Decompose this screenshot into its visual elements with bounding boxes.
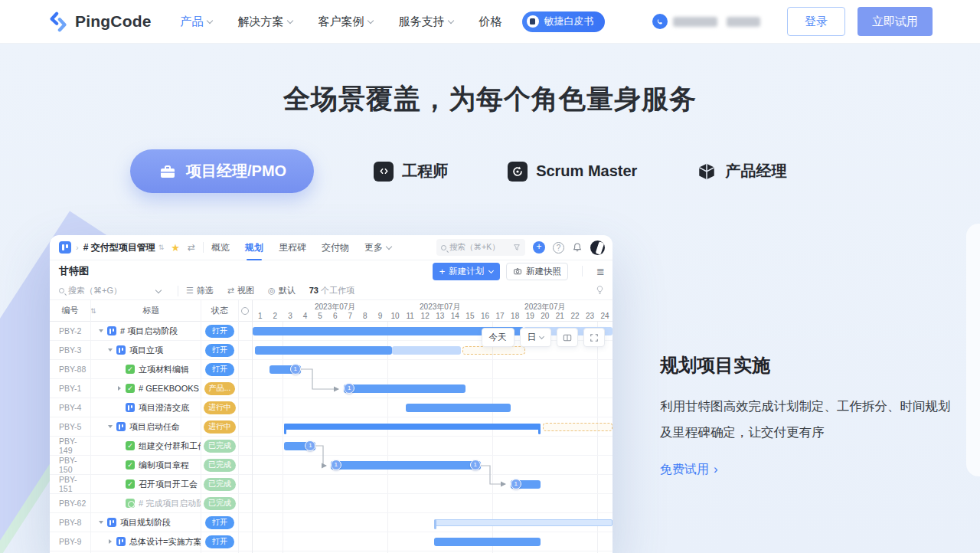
table-row[interactable]: PBY-8项目规划阶段打开 [50, 513, 252, 532]
chevron-down-icon[interactable] [106, 348, 115, 352]
window-tab-交付物[interactable]: 交付物 [322, 235, 349, 260]
new-snapshot-button[interactable]: 新建快照 [506, 263, 568, 280]
window-tab-更多[interactable]: 更多 [364, 235, 391, 260]
help-icon[interactable]: ? [553, 242, 564, 254]
check-icon [126, 365, 135, 374]
status-badge[interactable]: 产品... [204, 382, 235, 395]
status-badge[interactable]: 已完成 [204, 440, 236, 453]
window-tab-概览[interactable]: 概览 [211, 235, 230, 260]
switch-project-icon[interactable]: ⇅ [158, 244, 164, 251]
nav-item-客户案例[interactable]: 客户案例 [318, 15, 373, 29]
gantt-bar-solid[interactable] [255, 346, 392, 355]
filter-button[interactable]: ☰筛选 [186, 285, 214, 296]
chevron-down-icon[interactable] [96, 329, 106, 332]
nav-item-服务支持[interactable]: 服务支持 [399, 15, 453, 29]
status-badge[interactable]: 打开 [205, 344, 234, 357]
role-tab-产品经理[interactable]: 产品经理 [697, 161, 786, 182]
gantt-day-label: 11 [406, 312, 413, 320]
window-tab-里程碑[interactable]: 里程碑 [279, 235, 306, 260]
dependency-count-badge[interactable]: 1 [331, 460, 341, 470]
swap-icon[interactable]: ⇄ [188, 242, 195, 253]
col-header-status[interactable]: 状态 [201, 305, 238, 316]
whitepaper-badge[interactable]: 敏捷白皮书 [522, 11, 605, 32]
brand-logo[interactable]: PingCode [47, 11, 152, 32]
col-header-id[interactable]: 编号 [50, 305, 90, 316]
table-row[interactable]: PBY-1# GEEKBOOKS 极...产品... [50, 379, 252, 398]
col-header-title[interactable]: 标题 [101, 305, 201, 316]
role-tab-Scrum Master[interactable]: Scrum Master [508, 162, 637, 182]
default-label: 默认 [279, 285, 296, 296]
gantt-bar-solid[interactable] [406, 404, 511, 412]
nav-item-产品[interactable]: 产品 [181, 15, 212, 29]
status-badge[interactable]: 已完成 [204, 497, 236, 510]
table-row[interactable]: PBY-3项目立项打开 [50, 341, 252, 360]
milestone-icon [126, 499, 135, 508]
bell-icon[interactable] [572, 242, 583, 253]
nav-item-label: 服务支持 [399, 15, 445, 29]
table-row[interactable]: PBY-4项目澄清交底进行中 [50, 398, 252, 417]
detail-list-icon[interactable]: ≣ [596, 266, 605, 277]
new-plan-label: 新建计划 [449, 266, 484, 277]
star-icon[interactable]: ★ [171, 242, 180, 254]
gantt-bar-solid[interactable] [331, 461, 481, 470]
nav-item-解决方案[interactable]: 解决方案 [238, 15, 292, 29]
sort-icon[interactable]: ⇅ [90, 307, 101, 315]
view-settings-button[interactable]: ⇄视图 [227, 285, 254, 296]
global-search-input[interactable]: 搜索（⌘+K） [436, 239, 525, 256]
fullscreen-button[interactable] [583, 328, 605, 347]
table-row[interactable]: PBY-2# 项目启动阶段打开 [50, 322, 252, 341]
gantt-search-input[interactable]: 搜索（⌘+G） [68, 285, 122, 296]
new-plan-button[interactable]: 新建计划 [433, 263, 501, 280]
table-row[interactable]: PBY-88立项材料编辑打开 [50, 360, 252, 379]
table-row[interactable]: PBY-9总体设计=实施方案（...打开 [50, 532, 252, 551]
table-row[interactable]: PBY-149组建交付群和工作台已完成 [50, 437, 252, 456]
nav-item-价格[interactable]: 价格 [479, 15, 502, 29]
gantt-bar-dashed[interactable] [543, 423, 612, 431]
table-row[interactable]: PBY-62# 完成项目启动阶段...已完成 [50, 494, 252, 513]
gantt-bar-dashed[interactable] [462, 346, 525, 355]
chevron-down-icon[interactable] [106, 425, 115, 428]
chevron-right-icon[interactable] [115, 386, 124, 391]
dependency-count-badge[interactable]: 1 [470, 460, 481, 470]
gantt-bar-summary[interactable] [284, 424, 541, 430]
gantt-bar-light[interactable] [392, 346, 461, 355]
try-now-button[interactable]: 立即试用 [858, 7, 933, 36]
column-settings-icon[interactable] [238, 307, 252, 315]
avatar[interactable] [590, 241, 605, 255]
free-trial-link[interactable]: 免费试用 [660, 462, 718, 478]
dependency-count-badge[interactable]: 1 [511, 479, 521, 489]
table-row[interactable]: PBY-150编制项目章程已完成 [50, 456, 252, 475]
status-badge[interactable]: 打开 [205, 516, 234, 529]
gantt-day-label: 14 [451, 312, 459, 320]
split-view-button[interactable] [557, 328, 578, 347]
status-badge[interactable]: 已完成 [204, 478, 236, 491]
status-badge[interactable]: 已完成 [204, 459, 236, 472]
chevron-down-icon[interactable] [155, 286, 162, 293]
chevron-down-icon[interactable] [96, 521, 106, 524]
role-tab-项目经理/PMO[interactable]: 项目经理/PMO [130, 149, 314, 193]
gantt-bar-solid[interactable] [434, 538, 541, 546]
gantt-bar-solid[interactable] [344, 384, 466, 393]
status-badge[interactable]: 打开 [205, 535, 234, 548]
today-button[interactable]: 今天 [482, 328, 514, 347]
table-row[interactable]: PBY-151召开项目开工会已完成 [50, 475, 252, 494]
role-tab-工程师[interactable]: 工程师 [374, 161, 448, 182]
tips-bulb-icon[interactable] [595, 285, 605, 296]
gantt-bar-summary-light[interactable] [434, 519, 612, 526]
project-title[interactable]: # 交付型项目管理 [83, 241, 155, 254]
status-cell: 已完成 [201, 459, 238, 472]
status-badge[interactable]: 进行中 [204, 401, 236, 414]
status-badge[interactable]: 打开 [205, 325, 234, 338]
table-row[interactable]: PBY-5项目启动任命进行中 [50, 417, 252, 437]
add-button[interactable]: + [533, 241, 545, 254]
default-view-button[interactable]: ◎默认 [268, 285, 296, 296]
window-tab-规划[interactable]: 规划 [245, 235, 263, 260]
status-badge[interactable]: 打开 [205, 363, 234, 376]
dependency-count-badge[interactable]: 1 [290, 364, 301, 375]
task-title: 编制项目章程 [139, 460, 189, 471]
book-icon [527, 15, 539, 28]
status-badge[interactable]: 进行中 [204, 420, 236, 434]
zoom-unit-dropdown[interactable]: 日 [520, 328, 552, 347]
chevron-right-icon[interactable] [106, 539, 115, 544]
login-button[interactable]: 登录 [787, 7, 845, 36]
